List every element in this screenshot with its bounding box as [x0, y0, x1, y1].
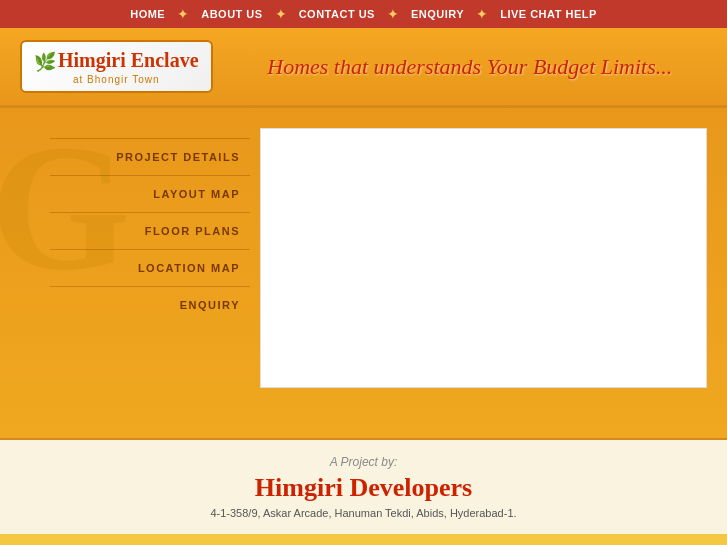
footer-company-name: Himgiri Developers: [20, 473, 707, 503]
main-content: G PROJECT DETAILS LAYOUT MAP FLOOR PLANS…: [0, 108, 727, 438]
footer-project-by: A Project by:: [20, 455, 707, 469]
sidebar: PROJECT DETAILS LAYOUT MAP FLOOR PLANS L…: [0, 108, 250, 438]
sidebar-item-project-details[interactable]: PROJECT DETAILS: [50, 138, 250, 173]
logo-subtitle: at Bhongir Town: [34, 74, 199, 85]
nav-enquiry[interactable]: ENQUIRY: [407, 8, 468, 20]
nav-sep-3: ✦: [387, 6, 399, 22]
top-navigation: HOME ✦ ABOUT US ✦ CONTACT US ✦ ENQUIRY ✦…: [0, 0, 727, 28]
footer-address: 4-1-358/9, Askar Arcade, Hanuman Tekdi, …: [20, 507, 707, 519]
logo-box: 🌿Himgiri Enclave at Bhongir Town: [20, 40, 213, 92]
nav-sep-1: ✦: [177, 6, 189, 22]
nav-sep-4: ✦: [476, 6, 488, 22]
nav-about[interactable]: ABOUT US: [197, 8, 266, 20]
footer: A Project by: Himgiri Developers 4-1-358…: [0, 438, 727, 534]
nav-home[interactable]: HOME: [126, 8, 169, 20]
sidebar-item-floor-plans[interactable]: FLOOR PLANS: [50, 212, 250, 247]
sidebar-item-layout-map[interactable]: LAYOUT MAP: [50, 175, 250, 210]
sidebar-item-enquiry[interactable]: ENQUIRY: [50, 286, 250, 321]
nav-livechat[interactable]: LIVE CHAT HELP: [496, 8, 601, 20]
header: 🌿Himgiri Enclave at Bhongir Town Homes t…: [0, 28, 727, 108]
leaf-icon: 🌿: [34, 52, 56, 72]
tagline: Homes that understands Your Budget Limit…: [213, 54, 707, 80]
sidebar-item-location-map[interactable]: LOCATION MAP: [50, 249, 250, 284]
content-box: [260, 128, 707, 388]
nav-sep-2: ✦: [275, 6, 287, 22]
main-panel: [250, 108, 727, 438]
nav-contact[interactable]: CONTACT US: [295, 8, 379, 20]
logo-title: 🌿Himgiri Enclave: [34, 48, 199, 73]
